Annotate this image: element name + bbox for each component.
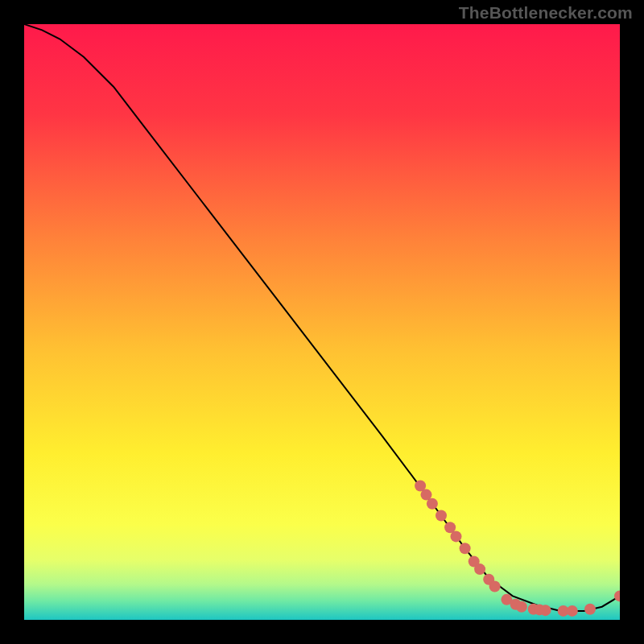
marker-floor-92 [567,605,578,617]
plot-area [24,24,620,620]
marker-cluster-upper-76b [474,564,485,575]
marker-cluster-upper-74 [460,543,471,554]
marker-floor-83 [516,601,527,613]
marker-cluster-upper-68 [427,498,438,510]
marker-group [415,481,620,617]
chart-container: TheBottlenecker.com [0,0,644,644]
marker-floor-87 [540,605,551,616]
marker-end-100 [614,590,620,601]
bottleneck-curve-line [24,24,620,611]
marker-floor-95 [584,604,596,615]
attribution-label: TheBottlenecker.com [459,3,633,23]
chart-overlay [24,24,620,620]
marker-cluster-upper-72b [451,530,462,542]
marker-cluster-upper-79 [489,581,501,592]
marker-cluster-upper-70 [436,510,447,522]
